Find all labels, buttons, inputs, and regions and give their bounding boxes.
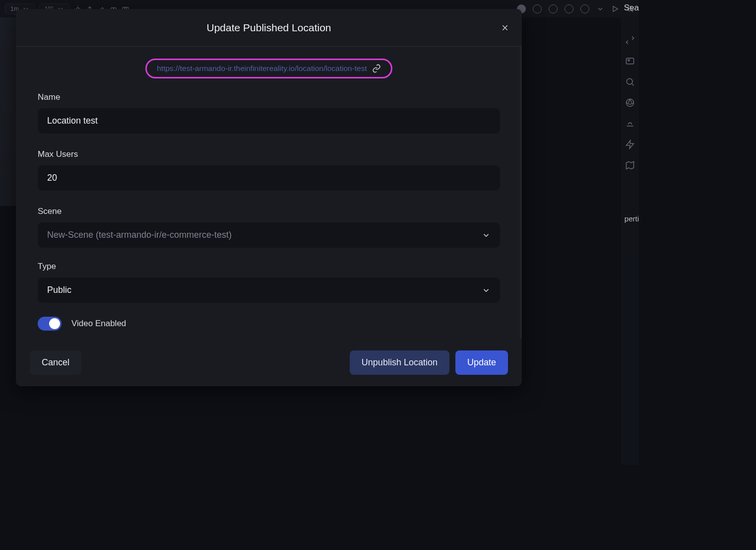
update-location-modal: Update Published Location https://test-a… [16, 9, 522, 386]
max-users-input[interactable] [38, 165, 500, 191]
bolt-icon [625, 139, 635, 149]
image-icon [625, 56, 635, 66]
scene-select[interactable]: New-Scene (test-armando-ir/e-commerce-te… [38, 222, 500, 248]
svg-marker-10 [613, 6, 618, 11]
map-icon [625, 160, 635, 170]
svg-rect-13 [627, 58, 634, 64]
close-button[interactable] [498, 21, 512, 35]
location-url-text: https://test-armando-ir.theinfinitereali… [157, 64, 367, 73]
video-enabled-toggle[interactable] [38, 317, 62, 331]
svg-point-14 [628, 60, 630, 61]
svg-point-17 [627, 99, 634, 107]
bg-circle-icon [533, 4, 542, 13]
chevron-down-icon [482, 231, 491, 240]
unpublish-button[interactable]: Unpublish Location [350, 350, 449, 375]
chevron-down-icon [596, 5, 604, 13]
scene-label: Scene [38, 206, 500, 216]
type-label: Type [38, 262, 500, 272]
sunset-icon [625, 119, 635, 129]
link-icon [372, 64, 381, 73]
svg-line-16 [631, 83, 633, 85]
chevron-down-icon [482, 286, 491, 295]
svg-marker-18 [627, 140, 634, 149]
close-icon [501, 24, 509, 32]
search2-icon [625, 77, 635, 87]
modal-footer: Cancel Unpublish Location Update [16, 339, 522, 386]
max-users-label: Max Users [38, 149, 500, 159]
swap-icon [625, 35, 635, 45]
modal-body: https://test-armando-ir.theinfinitereali… [16, 47, 522, 339]
type-value: Public [47, 285, 71, 295]
name-input[interactable] [38, 108, 500, 134]
bg-globe2-icon [580, 4, 589, 13]
svg-marker-19 [627, 162, 634, 169]
bg-properties-text: perti [625, 214, 639, 223]
modal-header: Update Published Location [16, 9, 522, 47]
svg-point-15 [627, 78, 632, 84]
video-toggle-row: Video Enabled [38, 317, 500, 331]
update-button[interactable]: Update [455, 350, 508, 375]
bg-smile-icon [549, 4, 558, 13]
modal-title: Update Published Location [206, 22, 331, 34]
location-url-pill[interactable]: https://test-armando-ir.theinfinitereali… [145, 59, 392, 78]
bg-right-toolbar [621, 17, 639, 465]
cancel-button[interactable]: Cancel [30, 350, 81, 375]
name-label: Name [38, 92, 500, 102]
aperture-icon [625, 98, 635, 108]
type-select[interactable]: Public [38, 277, 500, 303]
bg-topbar-right [517, 4, 634, 13]
video-enabled-label: Video Enabled [71, 319, 126, 329]
play-icon [611, 5, 619, 13]
bg-globe-icon [565, 4, 573, 13]
scene-value: New-Scene (test-armando-ir/e-commerce-te… [47, 230, 232, 240]
bg-search-text: Sea [624, 3, 639, 13]
scrollbar-track[interactable] [520, 47, 522, 339]
